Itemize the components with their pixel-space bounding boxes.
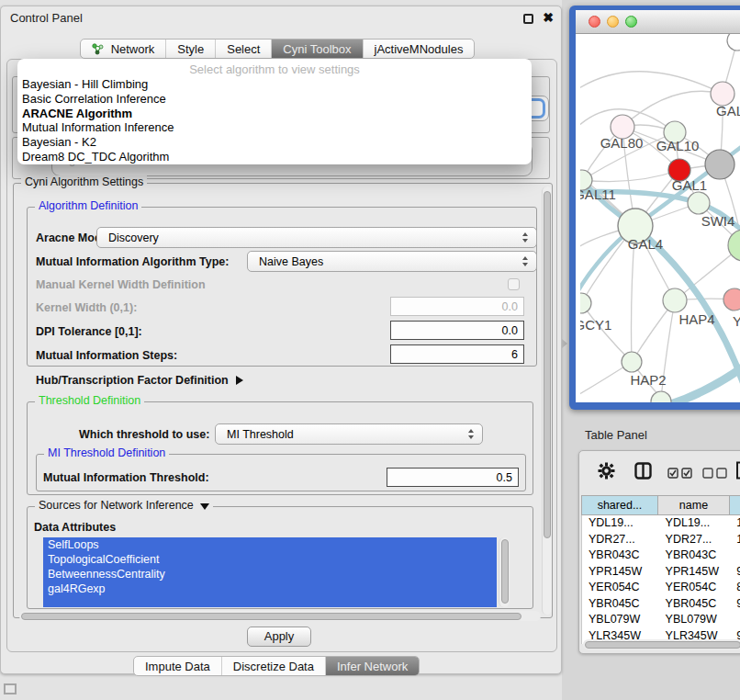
algorithm-option[interactable]: Basic Correlation Inference bbox=[17, 92, 532, 107]
tab-impute-data[interactable]: Impute Data bbox=[134, 657, 222, 675]
split-panel-icon[interactable] bbox=[634, 462, 652, 483]
table-scrollbar-thumb[interactable] bbox=[585, 641, 740, 649]
settings-horizontal-scrollbar[interactable] bbox=[19, 611, 541, 621]
node-label: GAL bbox=[716, 103, 740, 119]
node-gray[interactable] bbox=[705, 150, 734, 179]
list-item[interactable]: TopologicalCoefficient bbox=[43, 552, 497, 567]
mac-zoom-icon[interactable] bbox=[625, 16, 637, 28]
algorithm-definition-title: Algorithm Definition bbox=[35, 199, 141, 212]
node-swi4[interactable] bbox=[688, 192, 710, 214]
tab-discretize-data[interactable]: Discretize Data bbox=[222, 657, 326, 675]
table-row[interactable]: YBR043CYBR043C bbox=[582, 548, 740, 564]
manual-kernel-width-checkbox[interactable] bbox=[508, 278, 520, 290]
network-canvas[interactable]: GAL GAL80 GAL10 GAL1 GAL11 SWI4 GAL4 GCY… bbox=[576, 34, 740, 402]
down-triangle-icon[interactable] bbox=[200, 503, 209, 510]
dpi-tolerance-input[interactable] bbox=[390, 321, 524, 340]
which-threshold-combobox[interactable]: MI Threshold bbox=[215, 423, 483, 445]
panel-sash-icon[interactable] bbox=[562, 339, 567, 348]
mi-algorithm-type-combobox[interactable]: Naive Bayes bbox=[247, 251, 537, 272]
network-window-titlebar[interactable] bbox=[576, 10, 740, 34]
table-body[interactable]: YDL19...YDL19...13 YDR27...YDR27...12 YB… bbox=[581, 515, 740, 644]
cell: 8. bbox=[730, 580, 740, 596]
node-hap2[interactable] bbox=[622, 352, 642, 372]
table-toolbar bbox=[579, 458, 740, 488]
mi-algorithm-type-value: Naive Bayes bbox=[259, 255, 323, 268]
list-item[interactable]: BetweennessCentrality bbox=[43, 567, 497, 581]
tab-network[interactable]: Network bbox=[81, 40, 166, 58]
table-row[interactable]: YDR27...YDR27...12 bbox=[582, 532, 740, 548]
algorithm-option[interactable]: Dream8 DC_TDC Algorithm bbox=[17, 150, 532, 164]
control-panel-window: Control Panel ✖ Network S bbox=[0, 6, 562, 674]
spinner-arrows-icon bbox=[468, 429, 474, 439]
mi-threshold-input[interactable] bbox=[387, 468, 519, 487]
network-view-window: GAL GAL80 GAL10 GAL1 GAL11 SWI4 GAL4 GCY… bbox=[569, 6, 740, 410]
cell: 12 bbox=[730, 532, 740, 548]
node-partial-top[interactable] bbox=[727, 34, 740, 51]
table-header-row: shared... name bbox=[581, 495, 740, 515]
column-header-partial[interactable] bbox=[730, 495, 740, 515]
gear-icon[interactable] bbox=[598, 462, 615, 483]
table-row[interactable]: YPR145WYPR145W9. bbox=[582, 564, 740, 581]
document-icon[interactable] bbox=[735, 461, 740, 483]
algorithm-option[interactable]: Bayesian - Hill Climbing bbox=[17, 77, 532, 92]
node-salmon[interactable] bbox=[723, 288, 740, 310]
algorithm-option-selected[interactable]: ARACNE Algorithm bbox=[17, 107, 532, 121]
cell bbox=[730, 548, 740, 564]
table-horizontal-scrollbar[interactable] bbox=[583, 639, 740, 649]
attributes-scrollbar-thumb[interactable] bbox=[501, 539, 509, 604]
apply-button[interactable]: Apply bbox=[247, 627, 311, 647]
cell: YBR043C bbox=[659, 548, 731, 564]
float-panel-icon[interactable] bbox=[4, 683, 17, 694]
list-item-partial[interactable] bbox=[43, 596, 497, 607]
column-header-shared-name[interactable]: shared... bbox=[581, 495, 658, 515]
which-threshold-label: Which threshold to use: bbox=[79, 428, 209, 441]
node-hap4[interactable] bbox=[663, 288, 687, 312]
node-partial-bottom[interactable] bbox=[651, 391, 671, 402]
kernel-width-label: Kernel Width (0,1): bbox=[36, 301, 137, 314]
mac-minimize-icon[interactable] bbox=[607, 16, 619, 28]
table-panel-window: shared... name YDL19...YDL19...13 YDR27.… bbox=[578, 450, 740, 654]
unchecked-boxes-icon[interactable] bbox=[702, 466, 727, 482]
kernel-width-input[interactable] bbox=[390, 297, 524, 316]
algorithm-option[interactable]: Mutual Information Inference bbox=[17, 120, 532, 135]
manual-kernel-width-label: Manual Kernel Width Definition bbox=[36, 278, 206, 291]
node-label: GAL10 bbox=[656, 138, 700, 153]
settings-vertical-scrollbar[interactable] bbox=[542, 186, 552, 615]
list-item[interactable]: SelfLoops bbox=[43, 537, 497, 552]
mi-steps-label: Mutual Information Steps: bbox=[36, 349, 177, 362]
mac-close-icon[interactable] bbox=[589, 16, 600, 28]
table-panel-title: Table Panel bbox=[585, 428, 647, 442]
table-row[interactable]: YER054CYER054C8. bbox=[582, 580, 740, 596]
tab-infer-network[interactable]: Infer Network bbox=[326, 657, 419, 675]
float-icon[interactable] bbox=[523, 14, 533, 24]
control-panel-tabs: Network Style Select Cyni Toolbox jActiv… bbox=[80, 39, 475, 59]
checked-boxes-icon[interactable] bbox=[667, 466, 692, 482]
hub-definition-toggle[interactable]: Hub/Transcription Factor Definition bbox=[36, 374, 243, 387]
data-attributes-list[interactable]: SelfLoops TopologicalCoefficient Between… bbox=[43, 537, 497, 607]
horizontal-scrollbar-thumb[interactable] bbox=[21, 613, 521, 620]
close-icon[interactable]: ✖ bbox=[543, 10, 554, 25]
tab-impute-data-label: Impute Data bbox=[145, 660, 210, 673]
attributes-list-scrollbar[interactable] bbox=[499, 537, 510, 607]
tab-cyni-toolbox[interactable]: Cyni Toolbox bbox=[272, 40, 363, 58]
tab-jactivemnodules[interactable]: jActiveMNodules bbox=[364, 40, 475, 58]
mi-steps-input[interactable] bbox=[390, 344, 524, 364]
table-row[interactable]: YDL19...YDL19...13 bbox=[582, 515, 740, 532]
settings-scrollbar-thumb[interactable] bbox=[544, 191, 551, 538]
list-item[interactable]: gal4RGexp bbox=[43, 581, 497, 596]
cell: YPR145W bbox=[659, 564, 731, 581]
network-window-inner: GAL GAL80 GAL10 GAL1 GAL11 SWI4 GAL4 GCY… bbox=[576, 10, 740, 402]
spinner-arrows-icon bbox=[522, 232, 528, 243]
aracne-mode-combobox[interactable]: Discovery bbox=[96, 227, 537, 248]
column-header-name[interactable]: name bbox=[658, 495, 730, 515]
node-label: GCY1 bbox=[580, 317, 611, 333]
cell: 9. bbox=[730, 596, 740, 613]
cell: 9. bbox=[730, 564, 740, 581]
table-row[interactable]: YBR045CYBR045C9. bbox=[582, 596, 740, 613]
table-row[interactable]: YBL079WYBL079W bbox=[582, 612, 740, 628]
algorithm-option[interactable]: Bayesian - K2 bbox=[17, 135, 532, 150]
tab-style[interactable]: Style bbox=[166, 40, 216, 58]
node-gcy1[interactable] bbox=[580, 293, 591, 313]
tab-select[interactable]: Select bbox=[216, 40, 272, 58]
cell: 13 bbox=[730, 515, 740, 532]
